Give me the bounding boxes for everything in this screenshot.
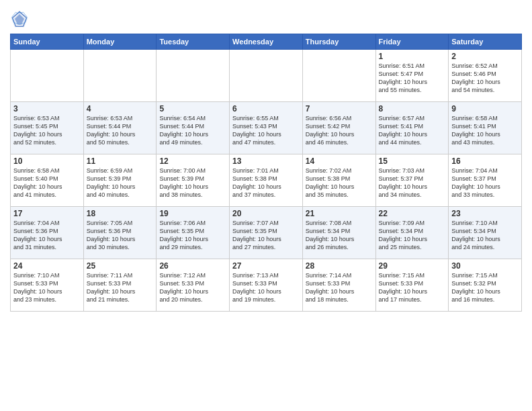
- day-number: 17: [13, 209, 81, 218]
- day-info: Sunrise: 7:05 AM Sunset: 5:36 PM Dayligh…: [87, 219, 154, 252]
- day-cell: 20Sunrise: 7:07 AM Sunset: 5:35 PM Dayli…: [230, 207, 303, 259]
- day-cell: 21Sunrise: 7:08 AM Sunset: 5:34 PM Dayli…: [302, 207, 375, 259]
- day-info: Sunrise: 6:57 AM Sunset: 5:41 PM Dayligh…: [379, 114, 446, 147]
- day-number: 13: [232, 156, 300, 166]
- day-cell: 26Sunrise: 7:12 AM Sunset: 5:33 PM Dayli…: [157, 259, 230, 312]
- day-cell: 4Sunrise: 6:53 AM Sunset: 5:44 PM Daylig…: [83, 102, 157, 154]
- day-cell: 24Sunrise: 7:10 AM Sunset: 5:33 PM Dayli…: [11, 259, 84, 312]
- day-info: Sunrise: 7:11 AM Sunset: 5:33 PM Dayligh…: [87, 271, 154, 304]
- day-cell: 3Sunrise: 6:53 AM Sunset: 5:45 PM Daylig…: [11, 102, 84, 154]
- day-number: 19: [159, 209, 226, 218]
- day-info: Sunrise: 7:14 AM Sunset: 5:33 PM Dayligh…: [306, 271, 373, 304]
- day-number: 27: [232, 261, 300, 271]
- day-info: Sunrise: 6:56 AM Sunset: 5:42 PM Dayligh…: [306, 114, 373, 147]
- day-number: 29: [379, 261, 446, 271]
- day-cell: 10Sunrise: 6:58 AM Sunset: 5:40 PM Dayli…: [11, 154, 84, 207]
- day-cell: [11, 50, 84, 102]
- header: [10, 7, 522, 28]
- day-info: Sunrise: 6:55 AM Sunset: 5:43 PM Dayligh…: [232, 114, 300, 147]
- day-cell: [230, 50, 303, 102]
- day-info: Sunrise: 7:06 AM Sunset: 5:35 PM Dayligh…: [159, 219, 226, 252]
- col-header-sunday: Sunday: [11, 34, 84, 50]
- day-number: 1: [379, 52, 446, 61]
- day-info: Sunrise: 7:10 AM Sunset: 5:33 PM Dayligh…: [13, 271, 81, 304]
- week-row-3: 10Sunrise: 6:58 AM Sunset: 5:40 PM Dayli…: [11, 154, 522, 207]
- day-number: 8: [379, 104, 446, 113]
- day-number: 7: [306, 104, 373, 113]
- logo-icon: [10, 9, 29, 28]
- col-header-monday: Monday: [83, 34, 157, 50]
- calendar-table: SundayMondayTuesdayWednesdayThursdayFrid…: [10, 34, 522, 312]
- day-cell: 18Sunrise: 7:05 AM Sunset: 5:36 PM Dayli…: [83, 207, 157, 259]
- day-number: 30: [451, 261, 519, 271]
- day-number: 6: [232, 104, 300, 113]
- day-info: Sunrise: 7:07 AM Sunset: 5:35 PM Dayligh…: [232, 219, 300, 252]
- day-info: Sunrise: 6:58 AM Sunset: 5:41 PM Dayligh…: [451, 114, 519, 147]
- day-cell: 23Sunrise: 7:10 AM Sunset: 5:34 PM Dayli…: [449, 207, 522, 259]
- day-number: 18: [87, 209, 154, 218]
- day-cell: 8Sunrise: 6:57 AM Sunset: 5:41 PM Daylig…: [375, 102, 449, 154]
- day-cell: 16Sunrise: 7:04 AM Sunset: 5:37 PM Dayli…: [449, 154, 522, 207]
- day-info: Sunrise: 6:58 AM Sunset: 5:40 PM Dayligh…: [13, 167, 81, 199]
- day-info: Sunrise: 6:53 AM Sunset: 5:44 PM Dayligh…: [87, 114, 154, 147]
- day-cell: 2Sunrise: 6:52 AM Sunset: 5:46 PM Daylig…: [449, 50, 522, 102]
- day-info: Sunrise: 7:13 AM Sunset: 5:33 PM Dayligh…: [232, 271, 300, 304]
- week-row-1: 1Sunrise: 6:51 AM Sunset: 5:47 PM Daylig…: [11, 50, 522, 102]
- day-cell: 1Sunrise: 6:51 AM Sunset: 5:47 PM Daylig…: [375, 50, 449, 102]
- day-number: 23: [451, 209, 519, 218]
- day-cell: 5Sunrise: 6:54 AM Sunset: 5:44 PM Daylig…: [157, 102, 230, 154]
- day-cell: 25Sunrise: 7:11 AM Sunset: 5:33 PM Dayli…: [83, 259, 157, 312]
- day-number: 14: [306, 156, 373, 166]
- col-header-saturday: Saturday: [449, 34, 522, 50]
- day-number: 16: [451, 156, 519, 166]
- day-cell: 19Sunrise: 7:06 AM Sunset: 5:35 PM Dayli…: [157, 207, 230, 259]
- page: SundayMondayTuesdayWednesdayThursdayFrid…: [0, 0, 532, 411]
- day-cell: 14Sunrise: 7:02 AM Sunset: 5:38 PM Dayli…: [302, 154, 375, 207]
- day-info: Sunrise: 6:54 AM Sunset: 5:44 PM Dayligh…: [159, 114, 226, 147]
- day-cell: 13Sunrise: 7:01 AM Sunset: 5:38 PM Dayli…: [230, 154, 303, 207]
- day-info: Sunrise: 7:02 AM Sunset: 5:38 PM Dayligh…: [306, 167, 373, 199]
- day-info: Sunrise: 7:12 AM Sunset: 5:33 PM Dayligh…: [159, 271, 226, 304]
- day-info: Sunrise: 7:08 AM Sunset: 5:34 PM Dayligh…: [306, 219, 373, 252]
- day-info: Sunrise: 7:00 AM Sunset: 5:39 PM Dayligh…: [159, 167, 226, 199]
- col-header-thursday: Thursday: [302, 34, 375, 50]
- day-info: Sunrise: 6:59 AM Sunset: 5:39 PM Dayligh…: [87, 167, 154, 199]
- day-cell: [302, 50, 375, 102]
- day-number: 26: [159, 261, 226, 271]
- day-number: 28: [306, 261, 373, 271]
- week-row-2: 3Sunrise: 6:53 AM Sunset: 5:45 PM Daylig…: [11, 102, 522, 154]
- col-header-tuesday: Tuesday: [157, 34, 230, 50]
- day-cell: 6Sunrise: 6:55 AM Sunset: 5:43 PM Daylig…: [230, 102, 303, 154]
- day-number: 21: [306, 209, 373, 218]
- col-header-friday: Friday: [375, 34, 449, 50]
- day-number: 5: [159, 104, 226, 113]
- day-number: 11: [87, 156, 154, 166]
- day-number: 9: [451, 104, 519, 113]
- header-row: SundayMondayTuesdayWednesdayThursdayFrid…: [11, 34, 522, 50]
- day-cell: 15Sunrise: 7:03 AM Sunset: 5:37 PM Dayli…: [375, 154, 449, 207]
- day-number: 24: [13, 261, 81, 271]
- day-cell: 17Sunrise: 7:04 AM Sunset: 5:36 PM Dayli…: [11, 207, 84, 259]
- day-number: 2: [451, 52, 519, 61]
- day-cell: 29Sunrise: 7:15 AM Sunset: 5:33 PM Dayli…: [375, 259, 449, 312]
- day-cell: [157, 50, 230, 102]
- day-cell: 12Sunrise: 7:00 AM Sunset: 5:39 PM Dayli…: [157, 154, 230, 207]
- day-info: Sunrise: 6:52 AM Sunset: 5:46 PM Dayligh…: [451, 62, 519, 95]
- day-number: 4: [87, 104, 154, 113]
- day-info: Sunrise: 6:51 AM Sunset: 5:47 PM Dayligh…: [379, 62, 446, 95]
- day-cell: 22Sunrise: 7:09 AM Sunset: 5:34 PM Dayli…: [375, 207, 449, 259]
- day-number: 20: [232, 209, 300, 218]
- day-number: 3: [13, 104, 81, 113]
- logo: [10, 9, 32, 28]
- day-info: Sunrise: 7:10 AM Sunset: 5:34 PM Dayligh…: [451, 219, 519, 252]
- day-info: Sunrise: 7:01 AM Sunset: 5:38 PM Dayligh…: [232, 167, 300, 199]
- col-header-wednesday: Wednesday: [230, 34, 303, 50]
- day-cell: 28Sunrise: 7:14 AM Sunset: 5:33 PM Dayli…: [302, 259, 375, 312]
- week-row-5: 24Sunrise: 7:10 AM Sunset: 5:33 PM Dayli…: [11, 259, 522, 312]
- day-number: 22: [379, 209, 446, 218]
- day-cell: 9Sunrise: 6:58 AM Sunset: 5:41 PM Daylig…: [449, 102, 522, 154]
- week-row-4: 17Sunrise: 7:04 AM Sunset: 5:36 PM Dayli…: [11, 207, 522, 259]
- day-number: 15: [379, 156, 446, 166]
- day-number: 12: [159, 156, 226, 166]
- day-info: Sunrise: 6:53 AM Sunset: 5:45 PM Dayligh…: [13, 114, 81, 147]
